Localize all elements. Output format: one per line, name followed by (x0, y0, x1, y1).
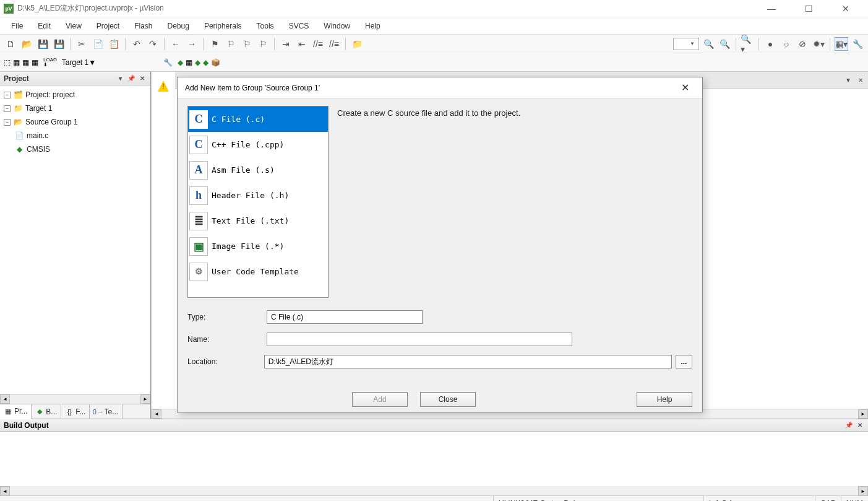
manage-rte-icon2[interactable]: ▦ (186, 58, 192, 67)
cut-icon[interactable]: ✂ (75, 37, 88, 51)
save-icon[interactable]: 💾 (36, 37, 49, 51)
copy-icon[interactable]: 📄 (91, 37, 105, 51)
project-tree[interactable]: − 🗂️ Project: project − 📁 Target 1 − 📂 S… (0, 85, 150, 394)
build-icon[interactable]: ▦ (13, 58, 20, 67)
find-in-files-icon[interactable]: 📁 (350, 37, 364, 51)
scroll-right-icon[interactable]: ► (858, 486, 868, 496)
menu-peripherals[interactable]: Peripherals (198, 19, 248, 33)
maximize-button[interactable]: ☐ (796, 1, 821, 16)
tab-books[interactable]: ◆B... (32, 404, 61, 419)
nav-back-icon[interactable]: ← (169, 37, 183, 51)
menu-help[interactable]: Help (359, 19, 387, 33)
dialog-close-icon[interactable]: ✕ (675, 82, 695, 94)
menu-svcs[interactable]: SVCS (283, 19, 316, 33)
rebuild-icon[interactable]: ▦ (22, 58, 29, 67)
bookmark-prev-icon[interactable]: ⚐ (224, 37, 238, 51)
type-text-file[interactable]: ≣ Text File (.txt) (188, 208, 328, 233)
tab-project[interactable]: ▦Pr... (0, 404, 32, 419)
bookmark-next-icon[interactable]: ⚐ (240, 37, 254, 51)
close-button[interactable]: ✕ (833, 1, 858, 16)
comment-icon[interactable]: //≡ (311, 37, 325, 51)
name-input[interactable] (267, 333, 572, 346)
manage-rte-icon4[interactable]: ◆ (203, 58, 208, 67)
tree-cmsis[interactable]: ◆ CMSIS (1, 142, 149, 156)
debug-config-icon[interactable]: 🔍▾ (741, 37, 754, 51)
incremental-find-icon[interactable]: 🔍 (718, 37, 731, 51)
window-layout-icon[interactable]: ▦▾ (835, 37, 848, 51)
editor-dropdown-icon[interactable]: ▼ (843, 76, 853, 85)
new-file-icon[interactable]: 🗋 (4, 37, 17, 51)
find-combo[interactable]: ▼ (673, 38, 699, 50)
find-icon[interactable]: 🔍 (702, 37, 715, 51)
scroll-right-icon[interactable]: ► (858, 409, 868, 419)
tab-functions[interactable]: {}F... (61, 404, 90, 419)
paste-icon[interactable]: 📋 (107, 37, 121, 51)
editor-close-icon[interactable]: ✕ (856, 76, 866, 85)
scroll-left-icon[interactable]: ◄ (0, 394, 10, 404)
add-button[interactable]: Add (352, 392, 408, 407)
help-button[interactable]: Help (637, 392, 692, 407)
panel-close-icon[interactable]: ✕ (138, 74, 147, 83)
menu-file[interactable]: File (5, 19, 29, 33)
undo-icon[interactable]: ↶ (130, 37, 144, 51)
target-combo[interactable]: Target 1▼ (62, 58, 161, 67)
menu-debug[interactable]: Debug (161, 19, 196, 33)
manage-rte-icon5[interactable]: 📦 (211, 58, 220, 67)
configure-icon[interactable]: 🔧 (851, 37, 864, 51)
close-button[interactable]: Close (420, 392, 476, 407)
menu-tools[interactable]: Tools (251, 19, 280, 33)
menu-view[interactable]: View (59, 19, 88, 33)
manage-rte-icon1[interactable]: ◆ (178, 58, 183, 67)
browse-button[interactable]: ... (676, 355, 692, 368)
breakpoint-enable-icon[interactable]: ○ (780, 37, 793, 51)
type-asm-file[interactable]: A Asm File (.s) (188, 157, 328, 183)
build-output-body[interactable] (0, 432, 868, 486)
breakpoint-kill-icon[interactable]: ✹▾ (812, 37, 825, 51)
panel-pin-icon[interactable]: 📌 (844, 421, 853, 430)
menu-edit[interactable]: Edit (32, 19, 57, 33)
panel-dropdown-icon[interactable]: ▾ (116, 74, 124, 83)
menu-flash[interactable]: Flash (128, 19, 158, 33)
breakpoint-disable-icon[interactable]: ⊘ (796, 37, 809, 51)
panel-pin-icon[interactable]: 📌 (127, 74, 135, 83)
expand-icon[interactable]: − (4, 92, 11, 98)
expand-icon[interactable]: − (4, 119, 11, 126)
scroll-left-icon[interactable]: ◄ (0, 486, 10, 496)
build-output-hscroll[interactable]: ◄ ► (0, 486, 868, 496)
tab-templates[interactable]: 0→Te... (90, 404, 122, 419)
indent-icon[interactable]: ⇥ (279, 37, 293, 51)
target-options-icon[interactable]: 🔧 (163, 58, 173, 67)
location-input[interactable] (264, 355, 672, 368)
type-user-template[interactable]: ⚙ User Code Template (188, 259, 328, 284)
outdent-icon[interactable]: ⇤ (295, 37, 309, 51)
expand-icon[interactable]: − (4, 105, 11, 112)
minimize-button[interactable]: — (759, 1, 784, 16)
batch-build-icon[interactable]: ▦ (32, 58, 38, 67)
menu-window[interactable]: Window (317, 19, 356, 33)
open-file-icon[interactable]: 📂 (20, 37, 33, 51)
menu-project[interactable]: Project (90, 19, 126, 33)
manage-rte-icon3[interactable]: ◆ (195, 58, 200, 67)
scroll-right-icon[interactable]: ► (140, 394, 150, 404)
tree-group[interactable]: − 📂 Source Group 1 (1, 115, 149, 129)
uncomment-icon[interactable]: //≡ (327, 37, 341, 51)
redo-icon[interactable]: ↷ (146, 37, 160, 51)
type-cpp-file[interactable]: C C++ File (.cpp) (188, 132, 328, 157)
tree-hscroll[interactable]: ◄ ► (0, 394, 150, 404)
type-header-file[interactable]: h Header File (.h) (188, 183, 328, 208)
translate-icon[interactable]: ⬚ (4, 58, 11, 67)
type-image-file[interactable]: ▣ Image File (.*) (188, 233, 328, 259)
download-icon[interactable]: LOAD⬇ (43, 58, 57, 68)
tree-root[interactable]: − 🗂️ Project: project (1, 88, 149, 102)
save-all-icon[interactable]: 💾 (52, 37, 66, 51)
scroll-left-icon[interactable]: ◄ (152, 409, 161, 419)
type-c-file[interactable]: C C File (.c) (188, 107, 328, 132)
nav-forward-icon[interactable]: → (185, 37, 199, 51)
tree-target[interactable]: − 📁 Target 1 (1, 102, 149, 115)
breakpoint-insert-icon[interactable]: ● (763, 37, 777, 51)
file-type-list[interactable]: C C File (.c) C C++ File (.cpp) A Asm Fi… (187, 106, 329, 298)
bookmark-clear-icon[interactable]: ⚐ (256, 37, 270, 51)
tree-file-main[interactable]: 📄 main.c (1, 129, 149, 142)
bookmark-flag-icon[interactable]: ⚑ (208, 37, 221, 51)
panel-close-icon[interactable]: ✕ (856, 421, 864, 430)
